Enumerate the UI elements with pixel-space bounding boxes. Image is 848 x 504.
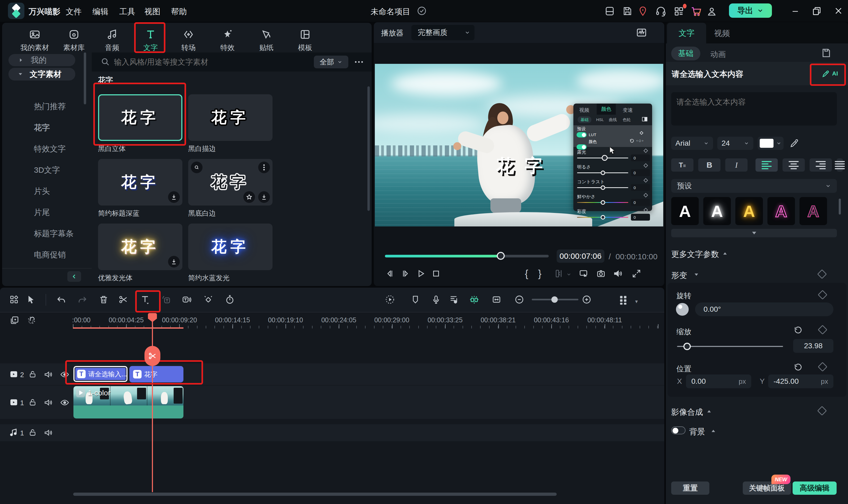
volume-icon[interactable] (613, 269, 623, 278)
cc-subtab-curve[interactable]: 曲线 (609, 117, 617, 122)
sidebar-item-lower-thirds[interactable]: 标题字幕条 (34, 228, 74, 239)
hide-track-icon[interactable] (60, 370, 69, 379)
compositing-keyframe-diamond[interactable] (817, 406, 827, 416)
mute-track-icon[interactable] (44, 398, 53, 407)
cc-reset-icon[interactable] (629, 139, 634, 143)
minimize-button[interactable] (791, 7, 800, 15)
insert-clip-icon[interactable] (10, 315, 20, 325)
timeline-ruler[interactable]: :00:00 00:00:04:25 00:00:09:20 00:00:14:… (0, 313, 664, 329)
account-icon[interactable] (706, 6, 717, 17)
video-clip[interactable]: 1-color (73, 386, 184, 418)
preset-tile[interactable]: A (767, 197, 795, 225)
preview-zoom-icon[interactable] (191, 162, 203, 173)
prev-frame-button[interactable] (385, 269, 395, 278)
sidebar-item-fx-text[interactable]: 特效文字 (34, 144, 66, 155)
delete-button[interactable] (99, 294, 109, 305)
collapse-icon[interactable] (723, 252, 727, 254)
lock-track-icon[interactable] (28, 428, 37, 437)
sidebar-item-3d-text[interactable]: 3D文字 (34, 165, 60, 176)
kebab-menu-icon[interactable] (258, 162, 270, 173)
close-button[interactable] (834, 6, 843, 15)
transform-header[interactable]: 形变 (671, 270, 687, 281)
align-center-button[interactable] (782, 158, 805, 172)
display-device-icon[interactable] (578, 269, 588, 278)
record-voiceover-icon[interactable] (431, 294, 441, 305)
y-value-box[interactable]: -425.00px (768, 375, 833, 388)
sidebar-item-ecommerce[interactable]: 电商促销 (34, 250, 66, 260)
restore-button[interactable] (812, 6, 822, 16)
sidebar-group-text[interactable]: 文字素材 (8, 68, 75, 80)
timer-icon[interactable] (225, 294, 235, 305)
scale-slider-handle[interactable] (683, 343, 691, 350)
compositing-header[interactable]: 影像合成 (671, 407, 703, 418)
support-headset-icon[interactable] (655, 6, 667, 17)
sidebar-item-hot[interactable]: 热门推荐 (34, 101, 66, 112)
menu-file[interactable]: 文件 (66, 6, 82, 17)
scale-reset-icon[interactable] (794, 326, 803, 335)
search-input[interactable] (114, 55, 299, 69)
mark-in-button[interactable]: { (525, 268, 528, 280)
playhead-scissors-bubble[interactable] (144, 346, 160, 366)
overlay-title[interactable]: 花 字 (496, 154, 545, 178)
select-tool-icon[interactable] (26, 294, 36, 305)
zoom-slider-handle[interactable] (551, 296, 558, 303)
tab-transition[interactable]: 转场 (171, 29, 206, 52)
tab-stock-media[interactable]: 素材库 (57, 29, 91, 52)
transform-keyframe-diamond[interactable] (817, 269, 827, 279)
compositing-collapse-icon[interactable] (707, 410, 711, 412)
download-icon[interactable] (168, 191, 180, 203)
align-right-button[interactable] (810, 158, 832, 172)
font-size-select[interactable]: 24 (717, 137, 754, 150)
next-frame-button[interactable] (400, 269, 410, 278)
keyframe-add-icon[interactable] (203, 294, 213, 305)
preset-tile[interactable]: A (703, 197, 731, 225)
collapse-sidebar-button[interactable] (67, 271, 81, 282)
menu-tools[interactable]: 工具 (119, 6, 135, 17)
save-project-icon[interactable] (622, 6, 633, 16)
apps-grid-icon[interactable] (673, 6, 685, 17)
menu-view[interactable]: 视图 (144, 6, 160, 17)
advanced-edit-button[interactable]: 高级编辑 (793, 482, 836, 495)
save-preset-icon[interactable] (821, 47, 832, 59)
cc-subtab-basic[interactable]: 基础 (577, 116, 591, 123)
menu-edit[interactable]: 编辑 (92, 6, 108, 17)
scopes-icon[interactable] (636, 27, 647, 38)
scale-value-box[interactable]: 23.98 (793, 339, 833, 353)
bold-button[interactable]: B (698, 158, 721, 172)
sidebar-item-intro[interactable]: 片头 (34, 186, 50, 197)
cc-tab-color[interactable]: 颜色 (597, 104, 616, 115)
seek-bar[interactable] (385, 255, 549, 257)
scale-keyframe-diamond[interactable] (818, 325, 828, 335)
timecode-current[interactable]: 00:00:07:06 (557, 250, 604, 263)
cc-tab-speed[interactable]: 变速 (623, 107, 633, 114)
undo-button[interactable] (56, 294, 66, 305)
mark-out-button[interactable]: } (538, 268, 541, 280)
italic-button[interactable]: I (725, 158, 747, 172)
font-family-select[interactable]: Arial (671, 137, 713, 150)
template-card[interactable]: 花字 (98, 223, 183, 270)
letter-spacing-button[interactable]: T≡ (671, 158, 693, 172)
template-card[interactable]: 花字 (188, 94, 273, 141)
zoom-out-button[interactable] (514, 294, 524, 305)
position-keyframe-diamond[interactable] (818, 362, 828, 372)
sidebar-scrollbar[interactable] (84, 52, 86, 104)
rotate-knob[interactable] (676, 303, 689, 316)
zoom-in-button[interactable] (582, 294, 592, 305)
export-button[interactable]: 导出 (729, 3, 772, 18)
unlink-clips-icon[interactable] (27, 315, 37, 325)
template-card-selected[interactable]: 花字 (98, 94, 183, 141)
props-subtab-basic[interactable]: 基础 (671, 47, 700, 60)
text-content-input[interactable] (671, 92, 837, 126)
tab-text[interactable]: 文字 (133, 29, 168, 52)
lock-track-icon[interactable] (28, 398, 37, 407)
scale-slider[interactable] (677, 346, 783, 347)
preset-tile[interactable]: A (671, 197, 699, 225)
track-manager-chevron[interactable]: ▾ (635, 298, 638, 305)
mute-track-icon[interactable] (44, 428, 53, 437)
props-subtab-animation[interactable]: 动画 (710, 49, 726, 60)
transform-collapse-icon[interactable] (694, 274, 698, 276)
preset-expand-bar[interactable] (671, 229, 837, 237)
snapshot-icon[interactable] (596, 269, 606, 278)
template-card[interactable]: 花字 (98, 159, 183, 205)
sidebar-item-huazi[interactable]: 花字 (34, 122, 50, 133)
